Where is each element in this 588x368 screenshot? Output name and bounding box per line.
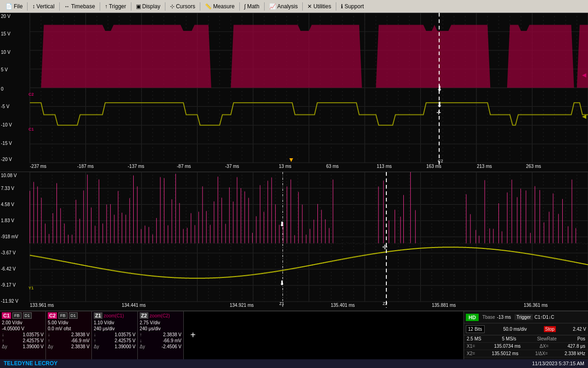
x-label-213: 213 ms bbox=[477, 164, 492, 169]
z2-vdiv-val: 2.75 V/div bbox=[140, 320, 160, 325]
c1-vdiv-row: 2.00 V/div bbox=[2, 320, 44, 325]
z2-val1-row: ↑ 2.3838 V bbox=[140, 332, 181, 337]
c2-d1-btn[interactable]: D1 bbox=[69, 312, 78, 319]
timebase-icon: ↔ bbox=[64, 3, 70, 10]
y-label-n20v: -20 V bbox=[1, 157, 12, 162]
tbase-val: -13 ms bbox=[497, 315, 511, 320]
c2-val2-row: ↑ -66.9 mV bbox=[48, 338, 90, 343]
menu-file[interactable]: 📄 File bbox=[2, 2, 26, 11]
menu-cursors[interactable]: ⊹ Cursors bbox=[166, 2, 199, 11]
z1-zoom-label: zoom(C1) bbox=[104, 313, 124, 318]
x1-row: X1= 135.0734 ms ΔX= 427.8 μs bbox=[464, 343, 588, 350]
x-label-n37: -37 ms bbox=[225, 164, 239, 169]
z1-tdiv-row: 240 μs/div bbox=[94, 326, 136, 331]
menu-support[interactable]: ℹ Support bbox=[337, 2, 368, 11]
separator bbox=[200, 2, 200, 11]
c2-arrow2: ↑ bbox=[48, 338, 50, 343]
x-label-n137: -137 ms bbox=[128, 164, 144, 169]
c2-offset-row: 0.0 mV ofst bbox=[48, 326, 90, 331]
brand-label: TELEDYNE LECROY bbox=[4, 360, 57, 367]
y-label-15v: 15 V bbox=[1, 31, 11, 36]
c1-right-arrow: ◀ bbox=[582, 113, 586, 120]
analysis-icon: 📈 bbox=[269, 3, 276, 10]
right-second-row: 12 Bits 50.0 ms/div Stop 2.42 V bbox=[464, 323, 588, 335]
c2-offset-val: 0.0 mV ofst bbox=[48, 326, 71, 331]
by-label-n900: -918 mV bbox=[1, 234, 18, 239]
file-icon: 📄 bbox=[6, 3, 12, 10]
separator bbox=[239, 2, 240, 11]
c2-label[interactable]: C2 bbox=[48, 312, 57, 319]
menu-utilities[interactable]: ✕ Utilities bbox=[304, 2, 335, 11]
x1-lbl: X1= bbox=[467, 344, 475, 349]
menu-bar: 📄 File ↕ Vertical ↔ Timebase ↑ Trigger ▣… bbox=[0, 0, 588, 13]
cursor2-arrow: ✛ bbox=[382, 243, 388, 251]
by-label-4v: 4.58 V bbox=[1, 202, 14, 207]
add-channel-button[interactable]: + bbox=[184, 326, 202, 345]
x2-row: X2= 135.5012 ms 1/ΔX= 2.338 kHz bbox=[464, 350, 588, 357]
z2-val1: 2.3838 V bbox=[163, 332, 181, 337]
menu-vertical[interactable]: ↕ Vertical bbox=[28, 2, 58, 11]
z1-label[interactable]: Z1 bbox=[94, 312, 102, 319]
math-icon: ∫ bbox=[244, 3, 246, 10]
ms-val: 2.5 MS bbox=[467, 336, 481, 341]
trigger-icon: ↑ bbox=[105, 3, 107, 10]
z2-label[interactable]: Z2 bbox=[140, 312, 148, 319]
c2-fb-btn[interactable]: FB bbox=[58, 312, 68, 319]
c1-fb-btn[interactable]: FB bbox=[12, 312, 22, 319]
y-label-5v: 5 V bbox=[1, 67, 8, 72]
hd-badge: HD bbox=[466, 314, 479, 321]
top-waveform: 20 V 15 V 10 V 5 V 0 -5 V -10 V -15 V -2… bbox=[0, 13, 588, 172]
menu-analysis[interactable]: 📈 Analysis bbox=[266, 2, 302, 11]
c2-dy-lbl: Δy bbox=[48, 344, 53, 349]
dx-val: 427.8 μs bbox=[567, 344, 585, 349]
c1-d1-btn[interactable]: D1 bbox=[23, 312, 32, 319]
c1-vdiv-val: 2.00 V/div bbox=[2, 320, 22, 325]
c2-vdiv-val: 5.00 V/div bbox=[48, 320, 68, 325]
z1-header: Z1 zoom(C1) bbox=[94, 312, 136, 319]
bx-label-134b: 134.921 ms bbox=[230, 303, 254, 308]
c2-val2: -66.9 mV bbox=[71, 338, 90, 343]
z1-dy-lbl: Δy bbox=[94, 344, 99, 349]
c1-dy-val: 1.39000 V bbox=[23, 344, 44, 349]
x-label-63: 63 ms bbox=[326, 164, 339, 169]
menu-math[interactable]: ∫ Math bbox=[241, 2, 263, 11]
menu-measure[interactable]: 📏 Measure bbox=[201, 2, 238, 11]
measure-icon: 📏 bbox=[205, 3, 212, 10]
menu-display[interactable]: ▣ Display bbox=[132, 2, 164, 11]
separator bbox=[165, 2, 165, 11]
x2-lbl: X2= bbox=[467, 351, 475, 356]
c1-arrow2: ↑ bbox=[2, 338, 4, 343]
bottom-bar: C1 FB D1 2.00 V/div -4.05000 V ↓ 1.03575… bbox=[0, 311, 588, 359]
z2-dy-val: -2.4506 V bbox=[162, 344, 181, 349]
c1-offset-val: -4.05000 V bbox=[2, 326, 24, 331]
y-label-n15v: -15 V bbox=[1, 141, 12, 146]
z2-cursor-label: Z2 bbox=[383, 301, 388, 306]
c1-panel: C1 FB D1 2.00 V/div -4.05000 V ↓ 1.03575… bbox=[0, 311, 46, 359]
x-label-n187: -187 ms bbox=[77, 164, 94, 169]
trigger-arrow: ▼ bbox=[288, 156, 294, 163]
z1-dy-val: 1.39000 V bbox=[114, 344, 136, 349]
c1-arrow1: ↓ bbox=[2, 332, 4, 337]
bits-badge: 12 Bits bbox=[466, 325, 485, 333]
separator bbox=[131, 2, 131, 11]
ms-row: 2.5 MS 5 MS/s SlewRate Pos bbox=[464, 335, 588, 343]
cursor-arrow-mid: ⬇ bbox=[436, 100, 442, 109]
by-label-7v: 7.33 V bbox=[1, 186, 14, 191]
trigger-label: Trigger bbox=[514, 314, 532, 320]
cursors-icon: ⊹ bbox=[170, 3, 175, 10]
z2-arrow2: ↓ bbox=[140, 338, 142, 343]
y1-marker: Y1 bbox=[28, 286, 34, 290]
z2-val2: -66.9 mV bbox=[163, 338, 181, 343]
c1-label[interactable]: C1 bbox=[2, 312, 11, 319]
y-label-0v: 0 bbox=[1, 86, 4, 92]
c1-dy-row: Δy 1.39000 V bbox=[2, 344, 44, 349]
c1-val1-row: ↓ 1.03575 V bbox=[2, 332, 44, 337]
x-label-163: 163 ms bbox=[426, 164, 441, 169]
bx-label-134: 134.441 ms bbox=[122, 303, 146, 308]
c2-vdiv-row: 5.00 V/div bbox=[48, 320, 90, 325]
c1-marker: C1 bbox=[28, 127, 34, 132]
menu-trigger[interactable]: ↑ Trigger bbox=[101, 2, 130, 11]
x-label-13: 13 ms bbox=[279, 164, 291, 169]
x2-val: 135.5012 ms bbox=[492, 351, 519, 356]
menu-timebase[interactable]: ↔ Timebase bbox=[61, 2, 99, 11]
